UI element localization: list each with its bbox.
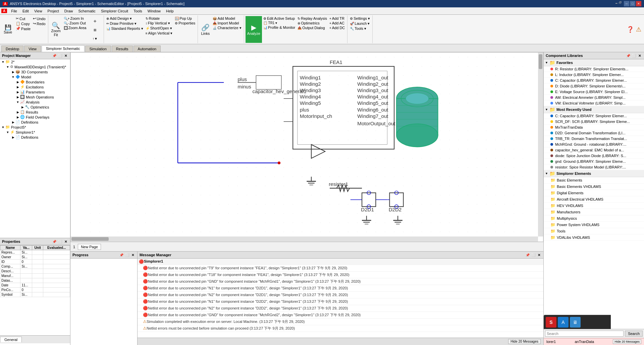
- close-panel-icon[interactable]: ✕: [63, 53, 68, 58]
- tools-button[interactable]: 🔧 Tools ▾: [349, 26, 371, 31]
- align-vertical-button[interactable]: ≡ Align Vertical ▾: [145, 31, 174, 36]
- list-item[interactable]: R: Resistor (LIBRARY: Simplorer Elements…: [544, 66, 644, 72]
- tree-item-parameters[interactable]: ▶ 📊 Parameters: [0, 89, 70, 94]
- list-item[interactable]: C: Capacitor (LIBRARY: Simplorer Elemer.…: [544, 78, 644, 83]
- zoom-in-button[interactable]: 🔍+ Zoom In: [63, 16, 88, 21]
- tree-item-boundaries[interactable]: ▶ 🔶 Boundaries: [0, 79, 70, 84]
- minimize-btn[interactable]: ─: [624, 1, 629, 6]
- list-item[interactable]: 🔴 Netlist error due to unconnected pin "…: [138, 312, 543, 319]
- list-item[interactable]: ⚠ Simulation completed with execution er…: [138, 319, 543, 325]
- list-item[interactable]: 🔴 Netlist error due to unconnected pin "…: [138, 272, 543, 278]
- tab-simplorer-schematic[interactable]: Simplorer Schematic: [42, 45, 84, 52]
- list-item[interactable]: 📁Tools: [544, 228, 644, 234]
- snap-button[interactable]: ✛: [89, 17, 101, 25]
- progress-pin-icon[interactable]: 📌: [119, 253, 124, 257]
- tr1-selector[interactable]: 📋 TR1 ▾: [262, 21, 296, 25]
- hide-complib-messages-button[interactable]: Hide 20 Messages: [613, 339, 641, 344]
- menu-help[interactable]: Help: [163, 8, 176, 14]
- new-page-button[interactable]: New Page: [78, 244, 101, 250]
- arrow-up-button[interactable]: ↑▼: [89, 35, 101, 42]
- list-item[interactable]: E: Voltage Source (LIBRARY: Simplorer El…: [544, 89, 644, 95]
- copy-button[interactable]: 📋Copy: [15, 21, 32, 26]
- list-item[interactable]: L: Inductor (LIBRARY: Simplorer Elemer..…: [544, 72, 644, 78]
- menu-tools[interactable]: Tools: [131, 8, 145, 14]
- msg-tree-node[interactable]: 🔴 Simplorer1: [138, 259, 543, 265]
- list-item[interactable]: 🔴 Netlist error due to unconnected pin "…: [138, 292, 543, 298]
- list-item[interactable]: diode: Spice Junction Diode (LIBRARY: S.…: [544, 153, 644, 159]
- list-item[interactable]: 📁Multiphysics: [544, 215, 644, 222]
- tab-desktop[interactable]: Desktop: [1, 46, 23, 52]
- scroll-thumb-v[interactable]: [539, 54, 542, 69]
- tree-item-simplorer1[interactable]: ▼ ⚡ Simplorer1*: [0, 130, 70, 135]
- complib-close-icon[interactable]: ✕: [637, 53, 642, 58]
- tab-simulation[interactable]: Simulation: [85, 46, 111, 52]
- menu-view[interactable]: View: [32, 8, 45, 14]
- list-item[interactable]: VM: Electrical Voltmeter (LIBRARY: Simp.…: [544, 100, 644, 106]
- menu-draw[interactable]: Draw: [62, 8, 76, 14]
- list-item[interactable]: AM: Electrical Ammeter (LIBRARY: Simpl..…: [544, 95, 644, 100]
- list-item[interactable]: 🔴 Netlist error due to unconnected pin "…: [138, 265, 543, 272]
- scroll-thumb-h[interactable]: [71, 237, 109, 241]
- hide-messages-button[interactable]: Hide 20 Messages: [508, 339, 541, 344]
- list-item[interactable]: 🔴 Netlist error due to unconnected pin "…: [138, 298, 543, 305]
- scrollbar-vertical[interactable]: [538, 53, 543, 236]
- zoom-fit-button[interactable]: 🔍 ZoomFit: [50, 16, 62, 43]
- import-model-button[interactable]: 📥 Import Model: [212, 21, 242, 25]
- list-item[interactable]: 📁Basic Elements: [544, 177, 644, 184]
- list-item[interactable]: 🔴 Netlist error due to unconnected pin "…: [138, 278, 543, 285]
- window-restore-small[interactable]: 🗕 🗗: [613, 1, 623, 6]
- draw-primitive-button[interactable]: ✏ Draw Primitive ▾: [105, 21, 144, 26]
- progress-float-icon[interactable]: ⬜: [125, 253, 129, 257]
- profile-monitor-button[interactable]: 📊 Profile & Monitor: [262, 25, 296, 30]
- list-item[interactable]: D2D: General Domain Transformation (LI..…: [544, 130, 644, 136]
- simplorer-elements-header[interactable]: ▼ 📁 Simplorer Elements: [544, 170, 644, 177]
- optimetrics-button[interactable]: ⊛ Optimetrics: [297, 21, 328, 25]
- save-button[interactable]: 💾 Save: [1, 16, 14, 43]
- tab-results[interactable]: Results: [112, 46, 133, 52]
- msg-pin-icon[interactable]: 📌: [525, 253, 530, 257]
- output-dialog-button[interactable]: 📤 Output Dialog: [297, 25, 328, 30]
- help-icon[interactable]: ❓: [627, 26, 634, 33]
- list-item[interactable]: 📁Power System VHDLAMS: [544, 222, 644, 228]
- cut-button[interactable]: ✂Cut: [15, 16, 32, 21]
- paste-button[interactable]: 📌Paste: [15, 26, 32, 31]
- add-tr-button[interactable]: + Add TR: [328, 16, 346, 21]
- tree-item-mesh-operations[interactable]: ▶ 🔲 Mesh Operations: [0, 94, 70, 99]
- properties-button[interactable]: ⚙ Properties: [174, 21, 196, 25]
- tab-general[interactable]: General: [0, 337, 22, 342]
- rotate-button[interactable]: ↻ Rotate: [145, 16, 174, 21]
- list-item[interactable]: 📁Basic Elements VHDLAMS: [544, 184, 644, 190]
- menu-project[interactable]: Project: [45, 8, 62, 14]
- list-item[interactable]: C: Capacitor (LIBRARY: Simplorer Elemer.…: [544, 113, 644, 119]
- undo-button[interactable]: ↩Undo: [32, 16, 46, 21]
- menu-edit[interactable]: Edit: [20, 8, 32, 14]
- search-input[interactable]: [545, 331, 624, 337]
- launch-button[interactable]: 🚀 Launch ▾: [349, 21, 371, 26]
- float-icon[interactable]: ⬜: [58, 53, 62, 58]
- tree-item-3d-components[interactable]: ▶ 📦 3D Components: [0, 69, 70, 74]
- tree-item-model[interactable]: ▼ 🔷 Model: [0, 74, 70, 79]
- tree-item-field-overlays[interactable]: ▶ 🌐 Field Overlays: [0, 115, 70, 120]
- list-item[interactable]: gnd: Ground (LIBRARY: Simplorer Eleme...: [544, 159, 644, 164]
- tree-item-definitions-2[interactable]: ▶ 📄 Definitions: [0, 135, 70, 140]
- pin-icon[interactable]: 📌: [52, 53, 57, 58]
- progress-close-icon[interactable]: ✕: [130, 253, 135, 257]
- menu-file[interactable]: File: [8, 8, 20, 14]
- tree-item-maxwell[interactable]: ▼ ⚙ Maxwell3DDesign1 (Transient)*: [0, 64, 70, 69]
- redo-button[interactable]: ↪Redo: [32, 21, 46, 26]
- taskbar-icon-1[interactable]: S: [546, 317, 556, 328]
- list-item[interactable]: 🔴 Netlist error due to unconnected pin "…: [138, 285, 543, 292]
- tree-item-results[interactable]: ▶ 📋 Results: [0, 110, 70, 115]
- list-item[interactable]: 📁Digital Elements: [544, 190, 644, 196]
- edit-active-setup-button[interactable]: ⚙ Edit Active Setup: [262, 16, 296, 21]
- list-item[interactable]: 📁Aircraft Electrical VHDLAMS: [544, 196, 644, 203]
- add-design-button[interactable]: ⊕ Add Design ▾: [105, 16, 144, 21]
- alert-icon[interactable]: ⚠: [636, 26, 641, 33]
- zoom-area-button[interactable]: 🔲 Zoom Area: [63, 25, 88, 30]
- list-item[interactable]: 📁VDALibs VHDLAMS: [544, 234, 644, 241]
- analyze-button[interactable]: ▶ Analyze: [246, 16, 262, 43]
- list-item[interactable]: resistor: Spice Resistor Model (LIBRARY:…: [544, 164, 644, 170]
- tree-item-analysis[interactable]: ▼ 📈 Analysis: [0, 99, 70, 105]
- add-dc-button[interactable]: + Add DC: [328, 25, 346, 30]
- popup-button[interactable]: 🪟 Pop Up: [174, 16, 196, 21]
